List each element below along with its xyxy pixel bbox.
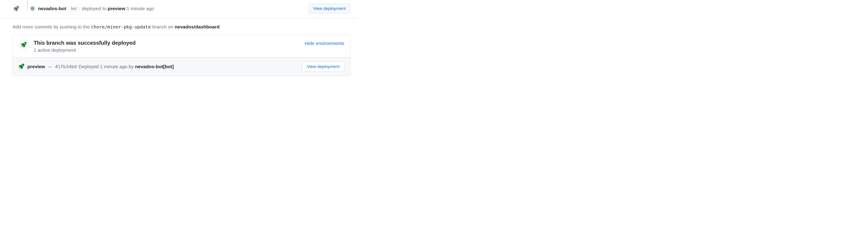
view-deployment-button[interactable]: View deployment bbox=[308, 4, 350, 13]
commit-sha[interactable]: 41fb34bd bbox=[55, 64, 76, 69]
bot-badge: bot bbox=[68, 6, 80, 11]
avatar[interactable] bbox=[29, 5, 36, 12]
deployment-timeline-event: nevados-bot bot deployed to preview 1 mi… bbox=[0, 0, 357, 18]
separator: — bbox=[48, 64, 52, 69]
deployment-row: preview — 41fb34bd Deployed 1 minute ago… bbox=[13, 57, 350, 76]
push-hint-text: Add more commits by pushing to the chore… bbox=[0, 18, 357, 35]
deployments-subtitle: 1 active deployment bbox=[34, 47, 135, 53]
environment-name[interactable]: preview bbox=[27, 64, 45, 69]
deployment-meta: Deployed 1 minute ago by nevados-bot[bot… bbox=[79, 64, 174, 69]
branch-name: chore/minor-pkg-update bbox=[91, 24, 151, 30]
deployments-panel: This branch was successfully deployed 1 … bbox=[13, 35, 350, 76]
rocket-icon bbox=[12, 4, 21, 13]
deployment-actor[interactable]: nevados-bot[bot] bbox=[135, 64, 174, 69]
event-description: deployed to preview 1 minute ago bbox=[82, 6, 154, 11]
hide-environments-link[interactable]: Hide environments bbox=[305, 41, 344, 46]
rocket-icon bbox=[19, 64, 24, 70]
deployments-header: This branch was successfully deployed 1 … bbox=[13, 35, 350, 57]
actor-link[interactable]: nevados-bot bbox=[38, 6, 66, 11]
repo-name: nevados/dashboard bbox=[175, 24, 219, 29]
deployments-title: This branch was successfully deployed bbox=[34, 40, 135, 46]
rocket-icon bbox=[19, 40, 29, 50]
view-deployment-button[interactable]: View deployment bbox=[302, 62, 344, 72]
